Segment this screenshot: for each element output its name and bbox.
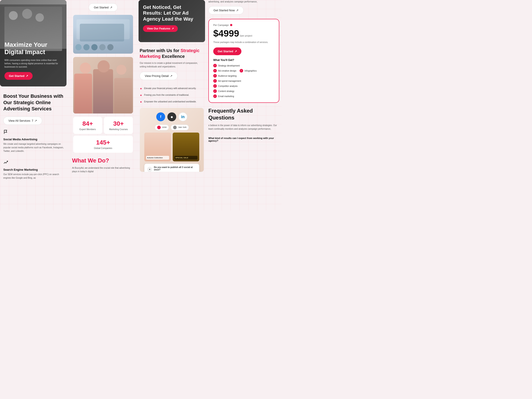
social-icons-row: f ● in xyxy=(156,112,187,121)
price-display: $4999 /per project xyxy=(213,28,274,39)
price-amount: $4999 xyxy=(213,28,239,39)
arrow-icon: ↗ xyxy=(234,50,237,53)
arrow-icon xyxy=(26,74,28,78)
column-1: Maximize Your Digital Impact With consum… xyxy=(0,0,69,186)
feature-item-3: ✦ Empower the unbanked and underbanked w… xyxy=(140,100,204,104)
price-period: /per project xyxy=(240,34,252,37)
check-audience: ✓ Audience targeting xyxy=(213,74,274,78)
dialog-icon: ● xyxy=(147,167,152,172)
profile-chips: VANI Vain York xyxy=(155,125,189,130)
check-icon-5: ✓ xyxy=(213,84,217,88)
hero-title: Maximize Your Digital Impact xyxy=(4,41,62,56)
features-list: ✦ Elevate your financial privacy with ad… xyxy=(140,87,204,104)
profile-chip-2: Vain York xyxy=(171,125,189,130)
hero-get-started-button[interactable]: Get Started xyxy=(4,72,32,80)
check-row-dual: ✓ Ad creative design ✓ Infographics xyxy=(213,69,274,72)
view-pricing-button[interactable]: View Pricing Detail ↗ xyxy=(140,72,177,80)
pricing-checklist: ✓ Strategy development ✓ Ad creative des… xyxy=(213,64,274,98)
profile-chip-1: VANI xyxy=(155,125,169,130)
social-preview-left: Autumn Collection xyxy=(144,133,171,161)
pricing-get-started-button[interactable]: Get Started ↗ xyxy=(213,47,241,55)
top-text: advertising, and analyzes campaign perfo… xyxy=(208,0,279,4)
flag-icon xyxy=(3,129,65,136)
column-3: Get Noticed, Get Results: Let Our Ad Age… xyxy=(137,0,206,186)
arrow-icon: ↗ xyxy=(110,6,112,9)
check-strategy: ✓ Strategy development xyxy=(213,64,274,67)
hero-card: Maximize Your Digital Impact With consum… xyxy=(0,0,66,86)
check-icon-1: ✓ xyxy=(213,64,217,67)
partner-section: Partner with Us for Strategic Marketing … xyxy=(139,45,205,83)
partner-desc: Our mission is to create a global moveme… xyxy=(140,61,204,69)
publish-dialog-title: Do you want to publish all 3 social at o… xyxy=(154,166,196,171)
stat-expert-members: 84+ Expert Members xyxy=(73,117,102,134)
instagram-icon: ● xyxy=(167,112,176,121)
price-note: These packages may include a combination… xyxy=(213,41,274,44)
feature-item-2: ✦ Freeing you from the constraints of tr… xyxy=(140,93,204,98)
check-icon-4: ✓ xyxy=(213,79,217,83)
service-sem-desc: Our SEM services include pay-per-click (… xyxy=(3,173,65,180)
boost-section: Boost Your Business with Our Strategic O… xyxy=(0,86,69,129)
what-we-do-section: What We Do? At BuzzyAd, we understand th… xyxy=(71,153,135,173)
get-started-button-top[interactable]: Get Started ↗ xyxy=(89,3,117,12)
office-image xyxy=(73,15,133,54)
services-section: Social Media Advertising We create and m… xyxy=(0,129,69,186)
get-started-now-area: Get Started Now ↗ xyxy=(208,6,279,14)
check-icon-7: ✓ xyxy=(213,95,217,98)
stat-marketing-courses: 30+ Marketing Courses xyxy=(104,117,133,134)
faq-description: e believe in the power of data to inform… xyxy=(208,124,279,131)
faq-question-1[interactable]: What kind of results can I expect from w… xyxy=(208,134,279,145)
hero-description: With consumers spending more time online… xyxy=(4,58,62,69)
social-preview-area: Autumn Collection SPECIAL SALE xyxy=(144,133,199,161)
star-icon-2: ✦ xyxy=(140,93,142,98)
boost-title: Boost Your Business with Our Strategic O… xyxy=(3,93,65,112)
stat-courses-label: Marketing Courses xyxy=(107,128,130,131)
stat-global-companies: 145+ Global Companies xyxy=(73,136,133,153)
view-features-button[interactable]: View Our Features ↗ xyxy=(143,25,178,32)
stat-courses-number: 30+ xyxy=(107,120,130,127)
partner-title: Partner with Us for Strategic Marketing … xyxy=(140,48,204,59)
column-4: advertising, and analyzes campaign perfo… xyxy=(206,0,282,186)
check-icon-3: ✓ xyxy=(213,74,217,78)
social-preview-right: SPECIAL SALE xyxy=(173,133,199,161)
check-email: ✓ Email marketing xyxy=(213,95,274,98)
feature-item-1: ✦ Elevate your financial privacy with ad… xyxy=(140,87,204,91)
faq-title: Frequently Asked Questions xyxy=(208,107,279,121)
check-icon-2: ✓ xyxy=(213,69,217,72)
what-we-do-title: What We Do? xyxy=(72,157,134,164)
red-dot-indicator xyxy=(230,24,232,26)
check-content: ✓ Content strategy xyxy=(213,89,274,93)
service-social-media: Social Media Advertising We create and m… xyxy=(3,129,65,153)
check-competitor: ✓ Competitor analysis xyxy=(213,84,274,88)
what-we-do-desc: At BuzzyAd, we understand the crucial ro… xyxy=(72,166,134,173)
top-button-area: Get Started ↗ xyxy=(71,0,135,15)
service-social-title: Social Media Advertising xyxy=(3,138,65,141)
pricing-card: Per Campaign $4999 /per project These pa… xyxy=(208,19,279,103)
what-youll-get-label: What You'll Get? xyxy=(213,58,274,62)
arrow-icon: ↗ xyxy=(170,74,172,78)
linkedin-icon: in xyxy=(178,112,187,121)
hero2-title: Get Noticed, Get Results: Let Our Ad Age… xyxy=(143,4,201,22)
stat-companies-label: Global Companies xyxy=(76,147,130,149)
service-social-desc: We create and manage targeted advertisin… xyxy=(3,142,65,153)
arrow-icon: ↗ xyxy=(171,27,174,30)
team-image xyxy=(73,57,133,114)
view-all-services-button[interactable]: View All Services 7 ↗ xyxy=(3,117,42,125)
check-icon-6: ✓ xyxy=(213,89,217,93)
per-campaign-label: Per Campaign xyxy=(213,24,274,26)
publish-dialog: ● Do you want to publish all 3 social at… xyxy=(144,164,199,172)
service-sem-title: Search Engine Marketing xyxy=(3,168,65,171)
check-ad-creative: ✓ Ad creative design xyxy=(213,69,236,72)
star-icon-3: ✦ xyxy=(140,100,142,104)
facebook-icon: f xyxy=(156,112,165,121)
check-ad-spend: ✓ Ad spend management xyxy=(213,79,274,83)
social-card-inner: f ● in VANI xyxy=(140,108,204,172)
hero2-content: Get Noticed, Get Results: Let Our Ad Age… xyxy=(143,4,201,32)
check-icon-8: ✓ xyxy=(240,69,243,72)
faq-section: Frequently Asked Questions e believe in … xyxy=(208,107,279,149)
column-2: Get Started ↗ xyxy=(69,0,137,186)
stats-grid: 84+ Expert Members 30+ Marketing Courses… xyxy=(73,117,133,153)
stat-expert-number: 84+ xyxy=(76,120,99,127)
arrow-icon: ↗ xyxy=(35,119,37,122)
get-started-now-button[interactable]: Get Started Now ↗ xyxy=(208,6,244,14)
star-icon-1: ✦ xyxy=(140,86,142,91)
